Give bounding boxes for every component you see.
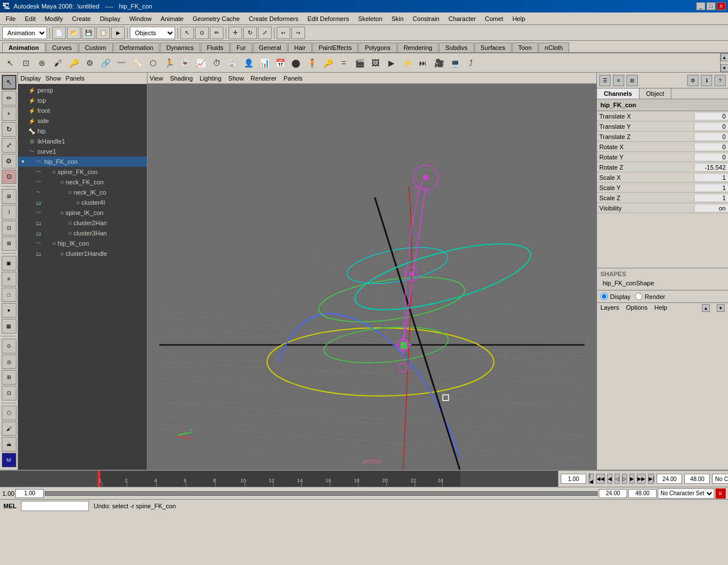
wireframe-button[interactable]: □ [2, 288, 16, 302]
menu-file[interactable]: File [1, 14, 20, 23]
universal-manip-button[interactable]: ⚙ [2, 154, 16, 168]
rotate-button[interactable]: ↻ [2, 122, 16, 137]
tl-play-fwd-btn[interactable]: ▷ [622, 474, 627, 484]
channel-visibility[interactable]: Visibility on [597, 203, 728, 213]
tab-animation[interactable]: Animation [2, 43, 45, 52]
tab-rendering[interactable]: Rendering [397, 43, 439, 52]
tab-toon[interactable]: Toon [512, 43, 538, 52]
snap-point-button[interactable]: ⊡ [2, 221, 16, 235]
menu-skeleton[interactable]: Skeleton [354, 14, 387, 23]
menu-geometry-cache[interactable]: Geometry Cache [188, 14, 244, 23]
ghost-icon[interactable]: 👻 [177, 55, 193, 71]
view-menu[interactable]: View [150, 75, 163, 82]
graph-editor-icon[interactable]: 📊 [256, 55, 272, 71]
scroll-up-icon[interactable]: ▲ [721, 53, 729, 61]
renderer-menu[interactable]: Renderer [251, 75, 277, 82]
viewport-canvas[interactable]: Z X persp [147, 84, 596, 470]
channel-scale-x[interactable]: Scale X 1 [597, 172, 728, 183]
lasso-icon[interactable]: ⊛ [34, 55, 50, 71]
render-globals-icon[interactable]: 🎬 [352, 55, 367, 71]
shapes-item[interactable]: hip_FK_conShape [600, 279, 725, 288]
menu-comet[interactable]: Comet [480, 14, 507, 23]
xray-button[interactable]: ⊙ [2, 339, 16, 353]
channel-scale-y[interactable]: Scale Y 1 [597, 183, 728, 193]
channels-tab[interactable]: Channels [597, 88, 640, 99]
max-frame-input[interactable] [684, 474, 710, 484]
tab-curves[interactable]: Curves [46, 43, 78, 52]
hypergraph-button[interactable]: ⬡ [2, 406, 16, 420]
driven-key-icon[interactable]: 🔑 [320, 55, 336, 71]
tab-painteffects[interactable]: PaintEffects [312, 43, 358, 52]
expand-hip-fk-con[interactable]: ▼ [20, 159, 27, 165]
range-slider[interactable] [45, 491, 598, 496]
vector-render-icon[interactable]: ⤴ [463, 55, 479, 71]
render-region-button[interactable]: ▣ [2, 256, 16, 271]
expression-editor-icon[interactable]: = [336, 55, 352, 71]
paint-effects-button[interactable]: 🖌 [2, 421, 16, 436]
channel-rotate-y[interactable]: Rotate Y 0 [597, 152, 728, 162]
visibility-value[interactable]: on [694, 205, 728, 212]
render-radio[interactable] [635, 293, 642, 300]
deform-icon[interactable]: 〰 [113, 55, 129, 71]
rotate-tool[interactable]: ↻ [243, 27, 257, 39]
tl-start-btn[interactable]: |◀ [589, 474, 594, 484]
tl-play-back-btn[interactable]: ◁ [615, 474, 620, 484]
menu-edit-deformers[interactable]: Edit Deformers [303, 14, 353, 23]
select-tool[interactable]: ↖ [180, 27, 194, 39]
set-key-icon[interactable]: 🔑 [66, 55, 82, 71]
layers-menu[interactable]: Layers [600, 304, 619, 312]
batch-render-icon[interactable]: ⏭ [415, 55, 431, 71]
tl-next-frame-btn[interactable]: ▶ [629, 474, 634, 484]
paint-select-icon[interactable]: 🖌 [50, 55, 66, 71]
menu-create[interactable]: Create [67, 14, 95, 23]
smooth-button[interactable]: ● [2, 303, 16, 318]
close-button[interactable]: X [717, 2, 726, 10]
channel-icon-2[interactable]: ≡ [613, 75, 624, 86]
scroll-down-icon[interactable]: ▼ [721, 64, 729, 72]
dope-sheet-icon[interactable]: 📅 [272, 55, 288, 71]
sculpt-button[interactable]: ⛰ [2, 437, 16, 452]
tl-end-btn[interactable]: ▶| [648, 474, 654, 484]
outliner-item-front[interactable]: ⚡ front [18, 106, 147, 116]
outliner-item-top[interactable]: ⚡ top [18, 95, 147, 106]
help-menu-layers[interactable]: Help [654, 304, 667, 312]
new-scene-button[interactable]: 📄 [52, 27, 66, 39]
tab-fur[interactable]: Fur [230, 43, 252, 52]
constraint-icon[interactable]: 🔗 [98, 55, 113, 71]
scale-button[interactable]: ⤢ [2, 138, 16, 153]
outliner-item-hip-fk-con[interactable]: ▼ 〜 hip_FK_con [18, 157, 147, 167]
skin-icon[interactable]: 🦴 [129, 55, 145, 71]
show-menu[interactable]: Show [228, 75, 244, 82]
menu-skin[interactable]: Skin [387, 14, 408, 23]
outliner-item-persp[interactable]: ⚡ persp [18, 85, 147, 95]
minimize-button[interactable]: _ [696, 2, 705, 10]
history-button[interactable]: ↩ [277, 27, 290, 39]
skeleton-icon[interactable]: ⬡ [145, 55, 161, 71]
tab-fluids[interactable]: Fluids [201, 43, 230, 52]
character-icon[interactable]: 👤 [240, 55, 256, 71]
outliner-display-menu[interactable]: Display [20, 75, 41, 82]
blend-shapes-icon[interactable]: ⬤ [288, 55, 304, 71]
frame-all-button[interactable]: ⊞ [2, 370, 16, 385]
objects-dropdown[interactable]: Objects [130, 27, 175, 39]
tab-deformation[interactable]: Deformation [113, 43, 160, 52]
channel-icon-4[interactable]: ⚙ [687, 75, 699, 86]
end-frame-input[interactable] [657, 474, 682, 484]
channel-rotate-z[interactable]: Rotate Z -15.542 [597, 162, 728, 172]
range-start-input[interactable] [15, 489, 44, 498]
shading-menu[interactable]: Shading [170, 75, 193, 82]
translate-z-value[interactable]: 0 [694, 133, 728, 140]
render-view-icon[interactable]: 🖼 [367, 55, 383, 71]
command-input[interactable] [21, 501, 89, 511]
menu-animate[interactable]: Animate [156, 14, 188, 23]
lasso-tool[interactable]: ⊙ [195, 27, 209, 39]
translate-y-value[interactable]: 0 [694, 123, 728, 130]
menu-constrain[interactable]: Constrain [408, 14, 444, 23]
trax-icon[interactable]: 📰 [225, 55, 240, 71]
playback-speed[interactable]: No Character Set [658, 488, 714, 499]
open-button[interactable]: 📂 [67, 27, 81, 39]
outliner-item-cluster1handle[interactable]: 🗂 ○ cluster1Handle [18, 248, 147, 259]
tl-next-key-btn[interactable]: ▶▶ [637, 474, 646, 484]
range-max-input[interactable] [628, 489, 657, 498]
tab-subdivs[interactable]: Subdivs [439, 43, 473, 52]
